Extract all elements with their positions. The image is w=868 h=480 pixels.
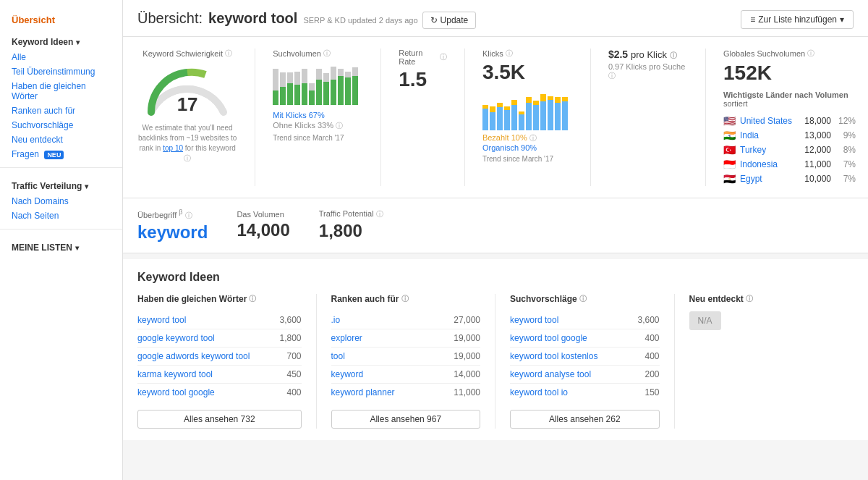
sidebar-item-teil[interactable]: Teil Übereinstimmung [0, 64, 122, 79]
keyword-link[interactable]: keyword tool kostenlos [510, 351, 627, 361]
info-icon[interactable]: ⓘ [401, 294, 409, 304]
keyword-link[interactable]: keyword planner [331, 387, 448, 397]
info-icon[interactable]: ⓘ [506, 49, 513, 59]
traffic-potential-label: Traffic Potential ⓘ [319, 209, 383, 219]
country-name[interactable]: United States [740, 116, 798, 126]
parent-value[interactable]: keyword [137, 222, 208, 243]
keyword-volume: 200 [627, 369, 660, 379]
info-icon[interactable]: ⓘ [323, 49, 331, 59]
country-name[interactable]: India [740, 130, 798, 140]
list-icon: ≡ [750, 14, 755, 25]
view-all-button[interactable]: Alles ansehen 967 [331, 410, 481, 429]
suchvolumen-chart-note: Trend since March '17 [273, 134, 363, 142]
suchvolumen-chart [273, 62, 363, 105]
sidebar-section-traffic[interactable]: Traffic Verteilung ▾ [0, 174, 122, 194]
country-row: 🇮🇩 Indonesia 11,000 7% [723, 157, 854, 172]
sidebar-item-fragen[interactable]: Fragen NEU [0, 147, 122, 161]
info-icon[interactable]: ⓘ [225, 49, 232, 59]
difficulty-gauge: 17 [140, 62, 234, 116]
info-icon2[interactable]: ⓘ [184, 154, 191, 162]
keyword-link[interactable]: keyword tool io [510, 387, 627, 397]
country-row: 🇹🇷 Turkey 12,000 8% [723, 143, 854, 157]
sidebar: Übersicht Keyword Ideen ▾ Alle Teil Über… [0, 0, 123, 480]
main-content: Übersicht: keyword tool SERP & KD update… [123, 0, 868, 480]
parent-volume-block: Das Volumen 14,000 [237, 210, 289, 240]
klicks-chart [482, 87, 573, 130]
klicks-value: 3.5K [482, 62, 573, 84]
info-icon[interactable]: ⓘ [376, 210, 383, 218]
sidebar-item-suchvorschlaege[interactable]: Suchvorschläge [0, 118, 122, 132]
stat-global-volume: Globales Suchvolumen ⓘ 152K Wichtigste L… [723, 49, 854, 186]
info-icon[interactable]: ⓘ [336, 122, 343, 130]
country-name[interactable]: Indonesia [740, 159, 798, 169]
paid-label: Bezahlt 10% ⓘ [482, 133, 573, 143]
ideas-col-title: Suchvorschläge ⓘ [510, 294, 660, 304]
traffic-potential-value: 1,800 [319, 221, 383, 241]
info-icon[interactable]: ⓘ [807, 49, 814, 59]
country-row: 🇺🇸 United States 18,000 12% [723, 114, 854, 128]
keyword-link[interactable]: keyword [331, 369, 448, 379]
keyword-volume: 11,000 [448, 387, 480, 397]
keyword-link[interactable]: google adwords keyword tool [137, 351, 269, 361]
sidebar-item-neu-entdeckt[interactable]: Neu entdeckt [0, 132, 122, 147]
chevron-down-icon: ▾ [76, 38, 80, 46]
stat-return-rate: Return Rate ⓘ 1.5 [399, 49, 465, 186]
country-volume: 12,000 [802, 145, 831, 155]
parent-label: Überbegriff β ⓘ [137, 209, 208, 221]
ideas-col-0: Haben die gleichen Wörter ⓘ keyword tool… [137, 294, 317, 429]
view-all-button[interactable]: Alles ansehen 732 [137, 410, 302, 429]
sidebar-item-nach-domains[interactable]: Nach Domains [0, 194, 122, 209]
country-name[interactable]: Egypt [740, 174, 798, 184]
keyword-link[interactable]: karma keyword tool [137, 369, 269, 379]
update-button[interactable]: ↻ Update [422, 12, 477, 29]
ohne-klicks: Ohne Klicks 33% ⓘ [273, 121, 363, 131]
keyword-link[interactable]: keyword tool [137, 315, 269, 325]
keyword-volume: 19,000 [448, 351, 480, 361]
info-icon[interactable]: ⓘ [185, 211, 192, 219]
info-icon[interactable]: ⓘ [670, 51, 677, 59]
keyword-link[interactable]: google keyword tool [137, 333, 269, 343]
keyword-link[interactable]: keyword tool google [137, 387, 269, 397]
info-icon[interactable]: ⓘ [249, 294, 256, 304]
sidebar-item-gleiche-woerter[interactable]: Haben die gleichen Wörter [0, 79, 122, 104]
klicks-chart-note: Trend since March '17 [482, 155, 573, 163]
keyword-link[interactable]: .io [331, 315, 448, 325]
pro-klick-value: $2.5 pro Klick ⓘ [608, 49, 688, 61]
keyword-link[interactable]: explorer [331, 333, 448, 343]
ideas-col-title: Ranken auch für ⓘ [331, 294, 481, 304]
divider [0, 167, 122, 168]
page-header: Übersicht: keyword tool SERP & KD update… [123, 0, 868, 37]
divider [0, 229, 122, 230]
sidebar-item-ranken[interactable]: Ranken auch für [0, 104, 122, 118]
stat-pro-klick: $2.5 pro Klick ⓘ 0.97 Klicks pro Suche ⓘ [608, 49, 706, 186]
global-countries-title: Wichtigste Länder nach Volumen sortiert [723, 90, 854, 108]
info-icon[interactable]: ⓘ [746, 294, 753, 304]
sidebar-item-alle[interactable]: Alle [0, 50, 122, 64]
keyword-link[interactable]: tool [331, 351, 448, 361]
list-item: keyword tool 3,600 [137, 311, 302, 329]
keyword-link[interactable]: keyword tool google [510, 333, 627, 343]
sidebar-item-nach-seiten[interactable]: Nach Seiten [0, 209, 122, 223]
country-name[interactable]: Turkey [740, 145, 798, 155]
info-icon[interactable]: ⓘ [608, 72, 616, 80]
info-icon[interactable]: ⓘ [440, 52, 447, 62]
country-pct: 8% [835, 145, 856, 155]
info-icon[interactable]: ⓘ [529, 134, 537, 142]
info-icon[interactable]: ⓘ [579, 294, 587, 304]
keyword-volume: 19,000 [448, 333, 480, 343]
refresh-icon: ↻ [430, 15, 438, 25]
ideas-section-title: Keyword Ideen [137, 271, 854, 284]
new-badge: NEU [44, 151, 64, 159]
keyword-link[interactable]: keyword analyse tool [510, 369, 627, 379]
sidebar-section-keyword-ideas[interactable]: Keyword Ideen ▾ [0, 30, 122, 50]
sidebar-active-item[interactable]: Übersicht [0, 10, 122, 30]
ideas-col-1: Ranken auch für ⓘ .io 27,000 explorer 19… [317, 294, 496, 429]
sidebar-section-meine-listen[interactable]: MEINE LISTEN ▾ [0, 235, 122, 256]
difficulty-label: Keyword Schwierigkeit ⓘ [142, 49, 232, 59]
keyword-link[interactable]: keyword tool [510, 315, 627, 325]
chevron-down-icon: ▾ [85, 182, 88, 190]
add-to-list-button[interactable]: ≡ Zur Liste hinzufügen ▾ [741, 10, 854, 29]
list-item: karma keyword tool 450 [137, 366, 302, 384]
ideas-grid: Haben die gleichen Wörter ⓘ keyword tool… [137, 294, 854, 429]
view-all-button[interactable]: Alles ansehen 262 [510, 410, 660, 429]
